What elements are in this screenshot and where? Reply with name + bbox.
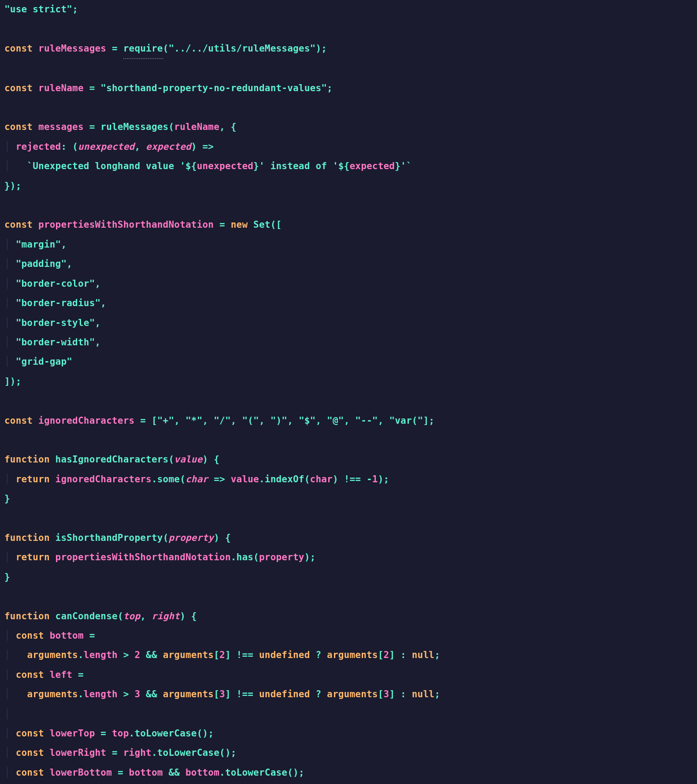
token-pl bbox=[163, 767, 169, 778]
token-pn: ) bbox=[203, 728, 208, 739]
token-pn: . bbox=[78, 650, 84, 660]
token-str: '` bbox=[400, 161, 412, 171]
token-pl bbox=[44, 767, 50, 778]
token-pl bbox=[321, 415, 327, 426]
token-pn: ; bbox=[384, 474, 389, 484]
code-line: const ruleName = "shorthand-property-no-… bbox=[4, 83, 333, 93]
token-param: right bbox=[152, 611, 180, 621]
token-pn: , bbox=[95, 337, 101, 348]
token-pn: , bbox=[100, 298, 106, 308]
code-line: │ "border-width", bbox=[4, 337, 100, 348]
token-kw: const bbox=[16, 747, 44, 758]
token-prop: rejected bbox=[16, 141, 61, 152]
token-def: lowerBottom bbox=[50, 767, 112, 778]
token-pn: ] bbox=[423, 415, 429, 426]
token-op: ? bbox=[315, 650, 321, 660]
token-pl bbox=[361, 474, 367, 484]
token-pn: , bbox=[219, 122, 225, 132]
token-str: "(" bbox=[242, 415, 259, 426]
token-pn: ) bbox=[333, 474, 338, 484]
token-pl bbox=[112, 767, 118, 778]
token-var: right bbox=[123, 747, 152, 758]
token-guide: │ bbox=[4, 318, 16, 328]
token-str: "border-color" bbox=[16, 278, 95, 289]
token-pl bbox=[310, 650, 316, 660]
token-pl bbox=[50, 552, 56, 562]
token-pn: ( bbox=[197, 728, 203, 739]
token-op: = bbox=[89, 83, 95, 93]
token-pl bbox=[118, 747, 123, 758]
token-fn: toLowerCase bbox=[225, 767, 287, 778]
token-op: = bbox=[78, 669, 84, 680]
token-pl bbox=[214, 219, 219, 230]
token-op: !== bbox=[237, 689, 254, 699]
token-pn: , bbox=[259, 415, 265, 426]
token-str: "/" bbox=[214, 415, 231, 426]
code-line: │ `Unexpected longhand value '${unexpect… bbox=[4, 161, 412, 171]
token-pl bbox=[67, 141, 72, 152]
token-pn: [ bbox=[214, 689, 219, 699]
token-pl bbox=[50, 474, 56, 484]
token-var: ignoredCharacters bbox=[56, 474, 152, 484]
token-guide: │ bbox=[4, 747, 16, 758]
token-op: => bbox=[203, 141, 214, 152]
token-var: length bbox=[84, 650, 118, 660]
token-pn: [ bbox=[214, 650, 219, 660]
token-pl bbox=[248, 219, 253, 230]
token-pl bbox=[349, 415, 355, 426]
token-op: ? bbox=[315, 689, 321, 699]
token-guide: │ bbox=[4, 474, 16, 484]
token-pn: , bbox=[315, 415, 321, 426]
token-str: "*" bbox=[185, 415, 203, 426]
token-kw: const bbox=[4, 43, 33, 54]
token-pn: ) bbox=[214, 533, 219, 543]
token-pl bbox=[384, 415, 389, 426]
token-def: bottom bbox=[50, 630, 84, 641]
token-num: 1 bbox=[372, 474, 378, 484]
token-pn: ; bbox=[434, 689, 440, 699]
token-guide: │ bbox=[4, 709, 10, 719]
token-pn: ; bbox=[16, 181, 22, 191]
token-pl bbox=[265, 415, 271, 426]
token-pl bbox=[33, 43, 38, 54]
token-str: "@" bbox=[327, 415, 344, 426]
token-pl bbox=[134, 415, 140, 426]
token-kw: function bbox=[4, 454, 50, 465]
code-line: │ "border-style", bbox=[4, 318, 100, 328]
token-kw: const bbox=[4, 122, 33, 132]
token-pl bbox=[225, 474, 231, 484]
token-pn: . bbox=[219, 767, 225, 778]
token-pn: , bbox=[134, 141, 140, 152]
token-var: bottom bbox=[185, 767, 219, 778]
token-op: !== bbox=[237, 650, 254, 660]
token-pn: ; bbox=[72, 4, 78, 15]
token-var: length bbox=[84, 689, 118, 699]
token-pn: ( bbox=[287, 767, 293, 778]
token-pl bbox=[118, 43, 123, 54]
token-var: top bbox=[112, 728, 129, 739]
token-param: property bbox=[168, 533, 214, 543]
token-pn: ; bbox=[208, 728, 214, 739]
token-param: unexpected bbox=[78, 141, 134, 152]
code-line: }); bbox=[4, 181, 22, 191]
token-pl bbox=[50, 533, 56, 543]
token-pl bbox=[50, 611, 56, 621]
token-pn: ( bbox=[72, 141, 78, 152]
token-pl bbox=[140, 141, 146, 152]
token-kw: new bbox=[231, 219, 248, 230]
token-pl bbox=[118, 650, 123, 660]
token-pl bbox=[208, 415, 214, 426]
code-editor[interactable]: "use strict"; const ruleMessages = requi… bbox=[0, 0, 697, 784]
token-pn: ) bbox=[304, 552, 310, 562]
token-pn: , bbox=[95, 278, 101, 289]
token-fn: has bbox=[237, 552, 254, 562]
token-kw: return bbox=[16, 474, 50, 484]
token-pl bbox=[95, 728, 101, 739]
token-pl bbox=[33, 415, 38, 426]
token-pn: ; bbox=[321, 43, 327, 54]
token-pl bbox=[84, 630, 89, 641]
token-pn: ] bbox=[389, 650, 395, 660]
token-pn: [ bbox=[152, 415, 157, 426]
token-op: } bbox=[395, 161, 400, 171]
token-pn: ( bbox=[304, 474, 310, 484]
